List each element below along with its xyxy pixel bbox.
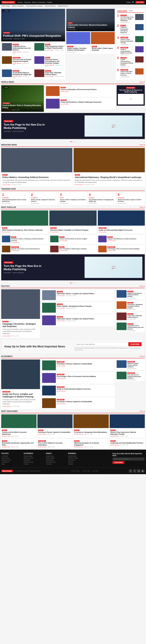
footer-link[interactable]: All Articles — [2, 455, 21, 457]
econ-side-card-0[interactable]: ECONOMICS Investing in Human Capital for… — [41, 360, 115, 371]
footer-link[interactable]: World Economy — [46, 461, 66, 463]
popular-list-item[interactable]: WORLD Rise of Populism: Global Impact An… — [49, 245, 97, 253]
trending-now-item[interactable]: 5 ECONOMICS Global Trade Wars' Impact on… — [117, 192, 145, 205]
footer-link[interactable]: World Today — [2, 457, 21, 459]
list-item[interactable]: WORLD Police Shopping's Impact on Retail… — [34, 42, 65, 55]
list-item[interactable]: POLITICS Power Play: Influential Politic… — [34, 69, 65, 79]
breaking-section-link[interactable]: Show All — [139, 144, 145, 146]
footer-link[interactable]: Industry — [68, 463, 88, 465]
politics-main-card[interactable]: POLITICS Campaign Chronicles: Strategies… — [1, 289, 40, 338]
footer-link[interactable]: Economics — [68, 459, 88, 461]
footer-terms[interactable]: Terms of Use — [82, 470, 90, 472]
popular-card-1[interactable]: POLITICS Elections Watch: Spotlight on P… — [49, 210, 96, 234]
nav-link-politics[interactable]: Politics — [47, 1, 52, 3]
list-item[interactable]: WORLD Exploring Causes: Consequences, an… — [34, 56, 65, 68]
footer-link[interactable]: Latest News — [2, 461, 21, 463]
trending-now-item[interactable]: 2 ECONOMICS Market Trends: Insights for … — [30, 192, 58, 205]
econ-side-card-1[interactable]: ECONOMICS Psychology's Role in Economic … — [41, 372, 115, 384]
footer-link[interactable]: News — [2, 463, 21, 465]
footer-link[interactable]: Finance — [24, 463, 43, 465]
popular-list-item[interactable]: WORLD Tourism and the World: Economic In… — [49, 235, 97, 244]
footer-link[interactable]: Business Focus — [24, 457, 43, 459]
popular-list-item[interactable]: ECONOMICS Startups: From Idea to Success… — [1, 245, 48, 253]
footer-sitemap[interactable]: Site Map — [93, 470, 98, 472]
economics-main-card[interactable]: ECONOMICS Inside the Force: Insights and… — [1, 360, 40, 409]
breaking-card-0[interactable]: WORLD Policy Matters: Unraveling Politic… — [1, 148, 72, 187]
politics-aside-card-2[interactable]: POLITICS Power Play: Influential Politic… — [116, 312, 145, 321]
popular-card-0[interactable]: WORLD WHO Declares Emergency: Rare Disea… — [1, 210, 48, 234]
world-section-link[interactable]: Show All — [139, 81, 145, 83]
econ-side-card-3[interactable]: ECONOMICS Investing in Human Capital for… — [41, 397, 115, 409]
footer-newsletter-button[interactable]: SUBSCRIBE — [113, 461, 124, 464]
sec-nav-digital[interactable]: Digital Analysis — [58, 5, 68, 7]
trending-now-item[interactable]: 1 ECONOMICS Financial Management Tips fo… — [1, 192, 29, 205]
discussed-card-2[interactable]: WORLD E-commerce: Navigating Online Mark… — [74, 414, 109, 438]
trending-now-item[interactable]: 3 WORLD Future of Work: Adapting to Job … — [59, 192, 87, 205]
trending-item[interactable]: 5 POLITICS Capital Conversations: Naviga… — [117, 56, 143, 68]
nav-link-world[interactable]: World — [32, 1, 36, 3]
nav-link-features[interactable]: Features — [24, 1, 31, 3]
tab-latest-news[interactable]: LATEST NEWS — [117, 10, 127, 12]
footer-link[interactable]: Business Focus — [2, 459, 21, 461]
discussed-card-0[interactable]: WORLD Tourism and the World: Economic Si… — [1, 414, 37, 438]
facebook-icon[interactable]: f — [133, 469, 136, 473]
footer-link[interactable]: World Leaders — [46, 457, 66, 459]
center-card-2[interactable]: WORLD World Leader's Nobel Legacy Examin… — [91, 32, 115, 54]
world-side-card-0[interactable]: WORLD Costs and Benefits of Environmenta… — [45, 85, 115, 97]
center-card-0[interactable]: WORLD Catastrophic Hurricane: Massive Ev… — [66, 9, 115, 31]
hot-now-button[interactable]: HOT NOW — [135, 1, 145, 4]
youtube-icon[interactable]: ▶ — [141, 469, 144, 473]
econ-aside-card-1[interactable]: ECONOMICS Pros and Cons of Flexible Empl… — [116, 371, 145, 381]
world-side-card-1[interactable]: POLITICS Crisis and Resilience: Global C… — [45, 98, 115, 110]
econ-aside-card-0[interactable]: ECONOMICS Inflation's Impact: Causes, Ef… — [116, 360, 145, 370]
sec-nav-headlines[interactable]: Today's Headlines — [12, 5, 24, 7]
discussed-card-3[interactable]: WORLD Historic Peace Agreement: National… — [110, 414, 145, 438]
discussed-list-item-3[interactable]: WORLD Leadership and Team Building Best … — [110, 439, 145, 448]
popular-list-item[interactable]: WORLD Workplace Culture: Fostering a Pos… — [1, 235, 48, 244]
center-card-1[interactable]: POLITICS Insider Insights: Decoding Poli… — [66, 32, 90, 54]
footer-newsletter-input[interactable] — [113, 458, 144, 460]
popular-list-item[interactable]: WORLD Supply Chain Efficiency in Modern … — [98, 235, 145, 244]
newsletter-subscribe-button[interactable]: SUBSCRIBE — [128, 342, 141, 346]
list-item[interactable]: ECONOMICS Pros and Cons of Flexible Empl… — [1, 56, 33, 68]
popular-list-item[interactable]: ECONOMICS Psychology's Role in Economic … — [98, 245, 145, 253]
footer-privacy[interactable]: Privacy Policy — [71, 470, 80, 472]
footer-link[interactable]: Global News — [46, 455, 66, 457]
discussed-card-1[interactable]: WORLD Investing in Human Capital for Sus… — [37, 414, 73, 438]
sec-nav-home[interactable]: Home Page — [2, 5, 10, 7]
tab-news[interactable]: NEWS — [129, 10, 133, 12]
list-item[interactable]: POLITICS Legislative Focus: Understandin… — [1, 42, 33, 55]
most-popular-link[interactable]: Show All — [139, 206, 145, 208]
list-item[interactable]: BUSINESS Social Media Influence: Navigat… — [1, 69, 33, 79]
economics-link[interactable]: Show All — [139, 356, 145, 357]
trending-item[interactable]: 2 WORLD California Earthquake: Emergency… — [117, 24, 143, 35]
politics-aside-card-0[interactable]: POLITICS Capital Conversations: Shaping … — [116, 289, 145, 300]
trending-item[interactable]: 4 ECONOMICS Guide to Understanding Digit… — [117, 46, 143, 56]
breaking-card-1[interactable]: WORLD International Diplomacy: Shaping W… — [74, 148, 145, 187]
trending-item[interactable]: 1 POLITICS Turn the Page to the New Era … — [117, 14, 143, 23]
most-discussed-link[interactable]: Show All — [139, 410, 145, 412]
popular-card-2[interactable]: ECONOMICS Guide to Understanding Digital… — [98, 210, 145, 234]
hero-card[interactable]: ▶ VIDEO POLITICS Political Shift: PM's U… — [1, 9, 65, 42]
politics-side-card-0[interactable]: POLITICS Diplomatic Diaries: Insights in… — [41, 289, 115, 301]
instagram-icon[interactable]: 📷 — [137, 469, 140, 473]
twitter-icon[interactable]: 𝕏 — [129, 469, 132, 473]
footer-link[interactable]: Countries — [46, 463, 66, 465]
footer-link[interactable]: Markets Today — [24, 455, 43, 457]
politics-side-card-1[interactable]: POLITICS Policy Update: Navigating Polit… — [41, 302, 115, 314]
search-icon[interactable]: 🔍 — [132, 1, 134, 3]
politics-link[interactable]: Show All — [139, 286, 145, 287]
politics-side-card-2[interactable]: POLITICS Diplomatic Diaries: Insights in… — [41, 314, 115, 326]
footer-link[interactable]: Finance — [68, 461, 88, 463]
newsletter-email-input[interactable] — [75, 342, 128, 346]
nav-link-economics[interactable]: Economics — [38, 1, 46, 3]
footer-link[interactable]: Market Watch — [68, 455, 88, 457]
trending-item[interactable]: 6 ECONOMICS Global Trade Wars' Impact on… — [117, 68, 143, 78]
world-main-card[interactable]: ▶ VIDEO ECONOMICS Central Banks' Role in… — [1, 85, 44, 112]
discussed-list-item-1[interactable]: ECONOMICS Peer-to-Peer Platforms: Econom… — [37, 439, 73, 448]
sec-nav-morning[interactable]: Morning Edition Updates — [26, 5, 43, 7]
footer-link[interactable]: World Economy — [24, 461, 43, 463]
politics-aside-card-1[interactable]: POLITICS Geopolitics: Navigating Emergin… — [116, 300, 145, 311]
discussed-list-item-2[interactable]: WORLD Marketing Strategies for Customer … — [74, 439, 109, 448]
econ-side-card-2[interactable]: ECONOMICS Guide to Understanding Digital… — [41, 385, 115, 396]
